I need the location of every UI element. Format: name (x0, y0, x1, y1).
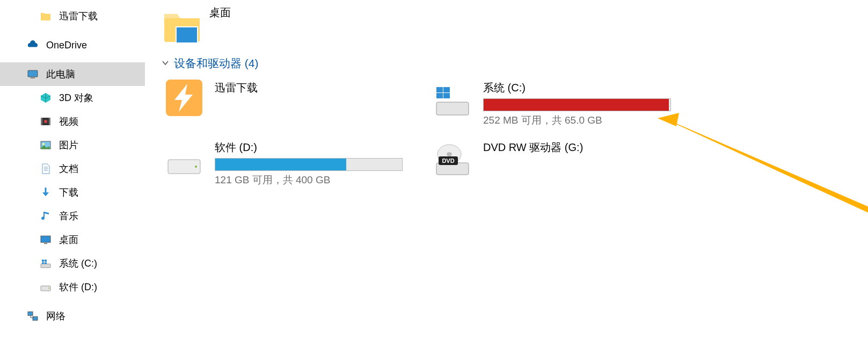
nav-item-download[interactable]: 下载 (0, 181, 145, 204)
content-pane: 桌面 设备和驱动器 (4) 迅雷下载系统 (C:)252 MB 可用，共 65.… (145, 0, 868, 344)
dvd-icon: DVD (429, 140, 476, 178)
drive-title: 迅雷下载 (215, 81, 258, 95)
drive-item[interactable]: DVDDVD RW 驱动器 (G:) (429, 140, 682, 178)
nav-item-label: 桌面 (59, 233, 78, 246)
svg-rect-22 (436, 87, 443, 92)
video-icon (39, 114, 53, 128)
drive-icon (39, 280, 53, 294)
folder-desktop-icon (161, 4, 203, 46)
nav-item-cube[interactable]: 3D 对象 (0, 86, 145, 110)
svg-rect-24 (436, 93, 443, 98)
network-icon (26, 309, 40, 323)
capacity-bar (483, 98, 671, 111)
svg-point-7 (42, 143, 45, 145)
svg-rect-12 (45, 260, 47, 262)
nav-item-label: 软件 (D:) (59, 281, 97, 293)
devices-section-label: 设备和驱动器 (4) (174, 56, 259, 71)
nav-item-onedrive[interactable]: OneDrive (0, 33, 145, 57)
nav-item-label: 系统 (C:) (59, 257, 97, 270)
drive-item[interactable]: 系统 (C:)252 MB 可用，共 65.0 GB (429, 81, 682, 127)
nav-item-document[interactable]: 文档 (0, 157, 145, 181)
nav-item-label: 图片 (59, 139, 78, 152)
navigation-pane: 迅雷下载OneDrive此电脑3D 对象视频图片文档下载音乐桌面系统 (C:)软… (0, 0, 145, 344)
svg-rect-4 (49, 118, 50, 125)
drive-capacity-text: 252 MB 可用，共 65.0 GB (483, 113, 671, 127)
desktop-folder-label: 桌面 (209, 5, 231, 20)
nav-item-label: 下载 (59, 186, 78, 199)
drive-win-icon (429, 81, 476, 118)
nav-item-folder-yellow[interactable]: 迅雷下载 (0, 4, 145, 28)
music-icon (39, 209, 53, 223)
svg-rect-11 (42, 260, 44, 262)
nav-item-drive[interactable]: 软件 (D:) (0, 275, 145, 299)
xunlei-icon (161, 81, 207, 118)
folder-yellow-icon (39, 9, 53, 23)
nav-item-desktop[interactable]: 桌面 (0, 228, 145, 252)
drive-item[interactable]: 迅雷下载 (161, 81, 413, 118)
drive-win-icon (39, 256, 53, 270)
drive-icon (161, 140, 207, 178)
svg-rect-18 (33, 317, 38, 320)
drive-capacity-text: 121 GB 可用，共 400 GB (215, 173, 403, 187)
onedrive-icon (26, 38, 40, 52)
svg-rect-0 (28, 70, 38, 77)
svg-rect-14 (45, 262, 47, 264)
svg-rect-3 (41, 118, 42, 125)
svg-point-29 (447, 152, 452, 156)
svg-point-16 (48, 288, 49, 289)
nav-item-picture[interactable]: 图片 (0, 133, 145, 157)
pc-icon (26, 67, 40, 81)
svg-rect-10 (41, 264, 50, 268)
svg-text:DVD: DVD (442, 157, 454, 164)
devices-section-header[interactable]: 设备和驱动器 (4) (161, 56, 868, 71)
svg-rect-23 (443, 87, 450, 92)
svg-point-5 (44, 120, 47, 123)
drive-title: 软件 (D:) (215, 140, 403, 155)
cube-icon (39, 91, 53, 105)
desktop-icon (39, 233, 53, 247)
nav-item-label: 音乐 (59, 210, 78, 223)
picture-icon (39, 138, 53, 152)
svg-rect-1 (31, 77, 35, 78)
nav-item-network[interactable]: 网络 (0, 304, 145, 328)
download-icon (39, 185, 53, 199)
nav-item-label: 网络 (46, 310, 65, 322)
svg-rect-17 (28, 312, 33, 316)
nav-item-label: 视频 (59, 115, 78, 128)
nav-item-label: 文档 (59, 162, 78, 175)
drive-item[interactable]: 软件 (D:)121 GB 可用，共 400 GB (161, 140, 413, 187)
svg-rect-13 (42, 262, 44, 264)
nav-item-label: 3D 对象 (59, 91, 93, 104)
drive-title: DVD RW 驱动器 (G:) (483, 140, 583, 155)
nav-item-music[interactable]: 音乐 (0, 204, 145, 228)
svg-rect-19 (176, 27, 198, 43)
capacity-bar (215, 158, 403, 171)
nav-item-video[interactable]: 视频 (0, 110, 145, 133)
nav-item-drive-win[interactable]: 系统 (C:) (0, 252, 145, 275)
svg-point-27 (195, 166, 197, 168)
nav-item-label: 迅雷下载 (59, 10, 98, 23)
svg-rect-9 (44, 243, 47, 244)
nav-item-label: 此电脑 (46, 68, 75, 81)
svg-rect-21 (436, 102, 469, 115)
nav-item-pc[interactable]: 此电脑 (0, 62, 145, 86)
nav-item-label: OneDrive (46, 40, 87, 51)
chevron-down-icon (161, 57, 170, 70)
svg-rect-8 (41, 236, 50, 242)
document-icon (39, 162, 53, 176)
svg-rect-25 (443, 93, 450, 98)
drive-title: 系统 (C:) (483, 81, 671, 95)
desktop-folder-item[interactable]: 桌面 (161, 4, 868, 46)
